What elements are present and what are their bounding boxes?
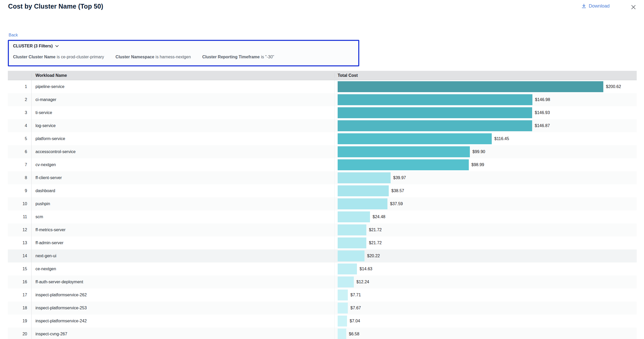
cost-value: $146.87	[535, 123, 550, 128]
cost-bar	[338, 263, 357, 274]
back-link[interactable]: Back	[9, 33, 18, 37]
cost-bar	[338, 120, 532, 131]
total-cost-column-header: Total Cost	[335, 73, 637, 78]
row-cost-cell: $21.72	[335, 236, 637, 249]
row-workload-name: inspect-platformservice-242	[31, 315, 335, 328]
cost-bar	[338, 146, 470, 157]
table-row[interactable]: 15 ce-nextgen $14.63	[8, 262, 637, 275]
row-workload-name: ci-manager	[31, 93, 335, 106]
cost-bar	[338, 81, 603, 92]
row-cost-cell: $98.99	[335, 158, 637, 171]
row-cost-cell: $6.58	[335, 328, 637, 339]
cost-table: Workload Name Total Cost 1 pipeline-serv…	[8, 71, 637, 339]
filter-field-name: Cluster Reporting Timeframe	[202, 55, 260, 59]
table-row[interactable]: 12 ff-metrics-server $21.72	[8, 223, 637, 236]
cost-value: $7.04	[350, 319, 360, 323]
filter-field-value: is harness-nextgen	[156, 55, 191, 59]
table-row[interactable]: 9 dashboard $38.57	[8, 184, 637, 197]
filter-list: Cluster Cluster Nameis ce-prod-cluster-p…	[13, 55, 354, 59]
row-workload-name: accesscontrol-service	[31, 145, 335, 158]
cost-bar	[338, 237, 366, 248]
table-body: 1 pipeline-service $200.62 2 ci-manager …	[8, 80, 637, 339]
cost-bar	[338, 303, 348, 313]
cost-bar	[338, 224, 366, 235]
row-cost-cell: $39.97	[335, 171, 637, 184]
table-row[interactable]: 16 ff-auth-server-deployment $12.24	[8, 275, 637, 288]
table-row[interactable]: 4 log-service $146.87	[8, 119, 637, 132]
row-rank: 11	[8, 210, 31, 223]
table-row[interactable]: 1 pipeline-service $200.62	[8, 80, 637, 93]
row-rank: 13	[8, 236, 31, 249]
cost-bar	[338, 94, 532, 105]
cluster-filter-panel[interactable]: CLUSTER (3 Filters) Cluster Cluster Name…	[8, 40, 359, 66]
row-workload-name: pipeline-service	[31, 80, 335, 93]
row-cost-cell: $99.90	[335, 145, 637, 158]
table-row[interactable]: 11 scm $24.48	[8, 210, 637, 223]
row-cost-cell: $146.93	[335, 106, 637, 119]
cost-value: $14.63	[360, 267, 372, 271]
row-workload-name: ff-metrics-server	[31, 223, 335, 236]
row-workload-name: scm	[31, 210, 335, 223]
row-workload-name: platform-service	[31, 132, 335, 145]
row-cost-cell: $21.72	[335, 223, 637, 236]
table-row[interactable]: 6 accesscontrol-service $99.90	[8, 145, 637, 158]
row-cost-cell: $38.57	[335, 184, 637, 197]
filter-condition[interactable]: Cluster Namespaceis harness-nextgen	[116, 55, 191, 59]
table-row[interactable]: 7 cv-nextgen $98.99	[8, 158, 637, 171]
row-rank: 15	[8, 262, 31, 275]
cost-bar	[338, 172, 391, 183]
cost-value: $39.97	[393, 175, 406, 180]
row-cost-cell: $37.59	[335, 197, 637, 210]
row-cost-cell: $7.04	[335, 315, 637, 328]
cost-bar	[338, 107, 532, 118]
row-rank: 16	[8, 275, 31, 288]
cost-bar	[338, 316, 347, 327]
table-row[interactable]: 10 pushpin $37.59	[8, 197, 637, 210]
cost-value: $38.57	[391, 189, 404, 193]
cost-by-cluster-modal: Cost by Cluster Name (Top 50) Download B…	[0, 0, 644, 339]
cost-value: $146.98	[535, 97, 550, 102]
cost-value: $200.62	[606, 84, 621, 89]
table-row[interactable]: 14 next-gen-ui $20.22	[8, 249, 637, 262]
row-workload-name: log-service	[31, 119, 335, 132]
filter-condition[interactable]: Cluster Cluster Nameis ce-prod-cluster-p…	[13, 55, 104, 59]
table-row[interactable]: 5 platform-service $116.45	[8, 132, 637, 145]
table-header-row: Workload Name Total Cost	[8, 71, 637, 80]
row-workload-name: ff-auth-server-deployment	[31, 275, 335, 288]
filter-panel-title: CLUSTER (3 Filters)	[13, 44, 53, 48]
filter-panel-header[interactable]: CLUSTER (3 Filters)	[13, 44, 354, 48]
row-cost-cell: $200.62	[335, 80, 637, 93]
filter-condition[interactable]: Cluster Reporting Timeframeis "-30"	[202, 55, 274, 59]
table-row[interactable]: 19 inspect-platformservice-242 $7.04	[8, 315, 637, 328]
row-workload-name: inspect-platformservice-262	[31, 288, 335, 302]
row-rank: 18	[8, 302, 31, 315]
table-row[interactable]: 18 inspect-platformservice-253 $7.67	[8, 302, 637, 315]
row-cost-cell: $14.63	[335, 262, 637, 275]
row-rank: 1	[8, 80, 31, 93]
table-row[interactable]: 13 ff-admin-server $21.72	[8, 236, 637, 249]
close-icon[interactable]	[630, 4, 637, 10]
cost-bar	[338, 133, 492, 144]
filter-field-name: Cluster Namespace	[116, 55, 154, 59]
table-row[interactable]: 20 inspect-cvng-267 $6.58	[8, 328, 637, 339]
table-row[interactable]: 17 inspect-platformservice-262 $7.71	[8, 288, 637, 302]
table-row[interactable]: 3 ti-service $146.93	[8, 106, 637, 119]
download-button[interactable]: Download	[581, 3, 610, 9]
cost-value: $146.93	[535, 110, 550, 115]
cost-value: $24.48	[373, 215, 385, 219]
row-rank: 3	[8, 106, 31, 119]
cost-bar	[338, 211, 370, 222]
row-rank: 14	[8, 249, 31, 262]
table-row[interactable]: 2 ci-manager $146.98	[8, 93, 637, 106]
chevron-down-icon	[55, 44, 59, 47]
row-cost-cell: $116.45	[335, 132, 637, 145]
cost-bar	[338, 198, 387, 209]
row-workload-name: ti-service	[31, 106, 335, 119]
table-row[interactable]: 8 ff-client-server $39.97	[8, 171, 637, 184]
row-rank: 4	[8, 119, 31, 132]
row-cost-cell: $146.98	[335, 93, 637, 106]
cost-value: $116.45	[494, 136, 509, 141]
row-rank: 2	[8, 93, 31, 106]
row-cost-cell: $12.24	[335, 275, 637, 288]
row-workload-name: pushpin	[31, 197, 335, 210]
